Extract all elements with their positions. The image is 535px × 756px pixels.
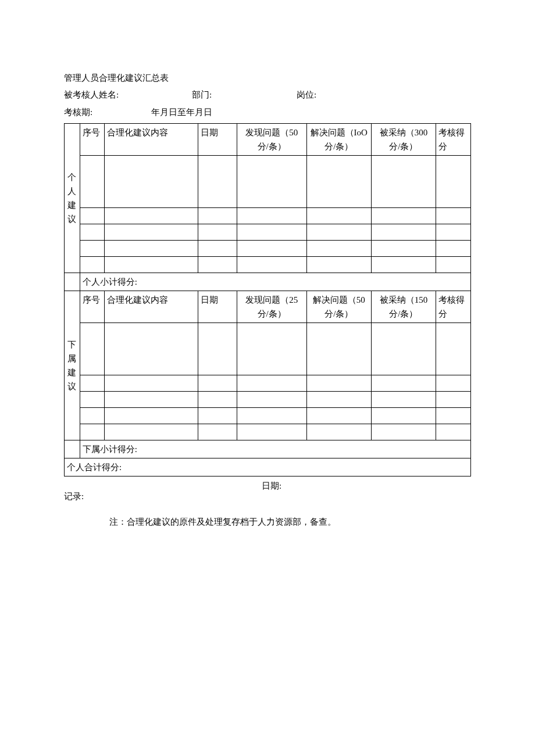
col-score: 考核得分 <box>436 291 470 323</box>
section2-label: 下属建议 <box>65 291 80 440</box>
section2-subtotal: 下属小计得分: <box>80 440 470 458</box>
footnote: 注：合理化建议的原件及处理复存档于人力资源部，备查。 <box>64 514 471 531</box>
name-label: 被考核人姓名: <box>64 87 192 103</box>
table-row <box>65 155 471 207</box>
table-row <box>65 256 471 273</box>
period-label: 考核期: <box>64 104 151 121</box>
period-text: 年月日至年月日 <box>151 104 212 121</box>
section1-subtotal: 个人小计得分: <box>80 273 470 291</box>
col-solve: 解决问题（IoO 分/条） <box>306 123 371 155</box>
section2-subtotal-row: 下属小计得分: <box>65 440 471 458</box>
col-date: 日期 <box>198 291 237 323</box>
footer-row: 记录: 日期: <box>64 478 471 505</box>
info-row-1: 被考核人姓名: 部门: 岗位: <box>64 87 471 103</box>
recorder-label: 记录: <box>64 478 262 505</box>
table-row <box>65 424 471 440</box>
table-row <box>65 407 471 424</box>
table-row <box>65 391 471 407</box>
footer-date-label: 日期: <box>262 478 471 505</box>
dept-label: 部门: <box>192 87 297 103</box>
col-content: 合理化建议内容 <box>104 123 198 155</box>
col-date: 日期 <box>198 123 237 155</box>
col-score: 考核得分 <box>436 123 470 155</box>
post-label: 岗位: <box>297 87 384 103</box>
section1-header-row: 个人建议 序号 合理化建议内容 日期 发现问题（50 分/条） 解决问题（IoO… <box>65 123 471 155</box>
table-row <box>65 375 471 391</box>
col-find: 发现问题（50 分/条） <box>237 123 306 155</box>
col-find: 发现问题（25 分/条） <box>237 291 306 323</box>
table-row <box>65 207 471 224</box>
section1-subtotal-row: 个人小计得分: <box>65 273 471 291</box>
info-row-2: 考核期: 年月日至年月日 <box>64 104 471 121</box>
grand-total: 个人合计得分: <box>65 458 471 476</box>
table-row <box>65 224 471 240</box>
col-adopt: 被采纳（300 分/条） <box>371 123 436 155</box>
col-content: 合理化建议内容 <box>104 291 198 323</box>
section2-header-row: 下属建议 序号 合理化建议内容 日期 发现问题（25 分/条） 解决问题（50 … <box>65 291 471 323</box>
table-row <box>65 240 471 256</box>
doc-title: 管理人员合理化建议汇总表 <box>64 70 471 87</box>
col-adopt: 被采纳（150 分/条） <box>371 291 436 323</box>
col-solve: 解决问题（50 分/条） <box>306 291 371 323</box>
col-seq: 序号 <box>80 123 104 155</box>
section1-label: 个人建议 <box>65 123 80 273</box>
grand-total-row: 个人合计得分: <box>65 458 471 476</box>
suggestion-table: 个人建议 序号 合理化建议内容 日期 发现问题（50 分/条） 解决问题（IoO… <box>64 123 471 476</box>
col-seq: 序号 <box>80 291 104 323</box>
table-row <box>65 323 471 375</box>
